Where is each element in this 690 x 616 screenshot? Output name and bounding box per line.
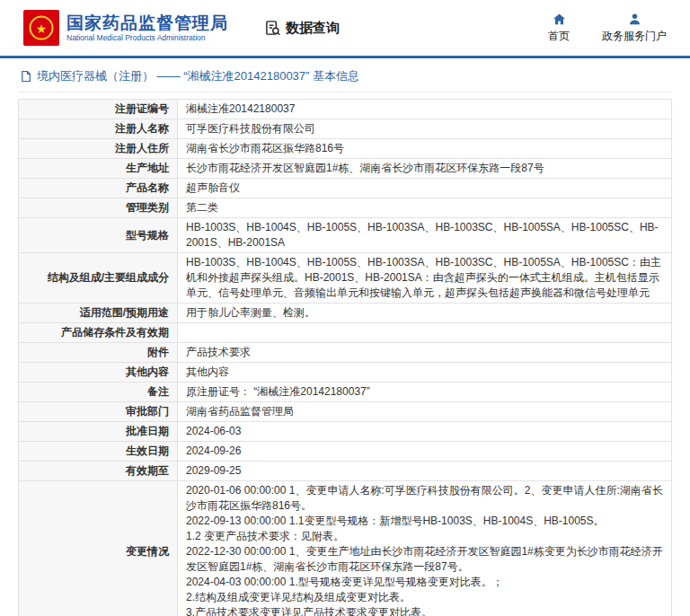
brand-text: 国家药品监督管理局 National Medical Products Admi… (66, 13, 228, 43)
emblem-icon: ★ (23, 10, 59, 46)
row-label: 注册证编号 (19, 100, 178, 119)
breadcrumb-text: 境内医疗器械（注册） —— “湘械注准20142180037” 基本信息 (37, 68, 359, 84)
table-row: 结构及组成/主要组成成分HB-1003S、HB-1004S、HB-1005S、H… (19, 253, 672, 304)
nav-home[interactable]: 首页 (548, 13, 570, 44)
row-value: 湖南省长沙市雨花区振华路816号 (178, 139, 672, 159)
row-value: HB-1003S、HB-1004S、HB-1005S、HB-1003SA、HB-… (178, 253, 672, 304)
table-row: 有效期至2029-09-25 (19, 462, 672, 481)
table-row: 注册证编号湘械注准20142180037 (19, 100, 672, 119)
nav-data-query[interactable]: 数据查询 (264, 20, 340, 37)
row-value: 2024-06-03 (178, 422, 672, 442)
row-value: 其他内容 (178, 363, 672, 383)
svg-text:★: ★ (36, 22, 48, 36)
row-label: 产品储存条件及有效期 (19, 323, 178, 343)
nav-portal-label: 政务服务门户 (602, 29, 667, 44)
page: ★ 国家药品监督管理局 National Medical Products Ad… (0, 0, 690, 616)
table-row: 产品名称超声胎音仪 (19, 179, 672, 198)
table-row: 备注原注册证号： “湘械注准20142180037” (19, 383, 672, 402)
home-icon (553, 13, 566, 26)
row-value: 2024-09-26 (178, 442, 672, 462)
row-label: 管理类别 (19, 198, 178, 218)
row-value: HB-1003S、HB-1004S、HB-1005S、HB-1003SA、HB-… (178, 218, 672, 253)
table-row: 适用范围/预期用途用于胎儿心率测量、检测。 (19, 304, 672, 323)
info-table: 注册证编号湘械注准20142180037注册人名称可孚医疗科技股份有限公司注册人… (18, 99, 672, 616)
nav-portal[interactable]: 政务服务门户 (602, 13, 667, 44)
row-value: 长沙市雨花经济开发区智庭园1#栋、湖南省长沙市雨花区环保东路一段87号 (178, 159, 672, 179)
row-label: 产品名称 (19, 179, 178, 198)
table-row: 生产地址长沙市雨花经济开发区智庭园1#栋、湖南省长沙市雨花区环保东路一段87号 (19, 159, 672, 179)
document-icon (20, 70, 32, 83)
site-header: ★ 国家药品监督管理局 National Medical Products Ad… (0, 0, 690, 56)
data-query-icon (264, 20, 281, 37)
table-row: 管理类别第二类 (19, 198, 672, 218)
table-row: 型号规格HB-1003S、HB-1004S、HB-1005S、HB-1003SA… (19, 218, 672, 253)
row-label: 注册人名称 (19, 119, 178, 139)
table-row: 注册人名称可孚医疗科技股份有限公司 (19, 119, 672, 139)
table-row: 批准日期2024-06-03 (19, 422, 672, 442)
table-row: 生效日期2024-09-26 (19, 442, 672, 462)
row-label: 有效期至 (19, 462, 178, 481)
org-name-zh: 国家药品监督管理局 (66, 13, 228, 33)
row-value: 产品技术要求 (178, 343, 672, 363)
row-value: 湘械注准20142180037 (178, 100, 672, 119)
row-label: 型号规格 (19, 218, 178, 253)
data-query-label: 数据查询 (286, 20, 340, 37)
table-row: 变更情况2020-01-06 00:00:00 1、变更申请人名称:可孚医疗科技… (19, 481, 672, 616)
row-label: 结构及组成/主要组成成分 (19, 253, 178, 304)
breadcrumb: 境内医疗器械（注册） —— “湘械注准20142180037” 基本信息 (18, 58, 672, 92)
org-name-en: National Medical Products Administration (66, 33, 228, 43)
table-row: 审批部门湖南省药品监督管理局 (19, 402, 672, 422)
row-value: 湖南省药品监督管理局 (178, 402, 672, 422)
row-value: 原注册证号： “湘械注准20142180037” (178, 383, 672, 402)
row-value: 2020-01-06 00:00:00 1、变更申请人名称:可孚医疗科技股份有限… (178, 481, 672, 616)
row-label: 批准日期 (19, 422, 178, 442)
row-label: 附件 (19, 343, 178, 363)
nav-home-label: 首页 (548, 29, 570, 44)
row-label: 生产地址 (19, 159, 178, 179)
row-value: 可孚医疗科技股份有限公司 (178, 119, 672, 139)
row-value: 第二类 (178, 198, 672, 218)
row-label: 备注 (19, 383, 178, 402)
main-content: 境内医疗器械（注册） —— “湘械注准20142180037” 基本信息 注册证… (0, 58, 690, 616)
row-value: 超声胎音仪 (178, 179, 672, 198)
row-value (178, 323, 672, 343)
row-label: 审批部门 (19, 402, 178, 422)
table-row: 其他内容其他内容 (19, 363, 672, 383)
row-label: 适用范围/预期用途 (19, 304, 178, 323)
table-row: 产品储存条件及有效期 (19, 323, 672, 343)
row-label: 生效日期 (19, 442, 178, 462)
nmpa-logo: ★ (23, 10, 59, 46)
table-row: 附件产品技术要求 (19, 343, 672, 363)
row-label: 变更情况 (19, 481, 178, 616)
table-row: 注册人住所湖南省长沙市雨花区振华路816号 (19, 139, 672, 159)
row-value: 2029-09-25 (178, 462, 672, 481)
row-label: 其他内容 (19, 363, 178, 383)
row-label: 注册人住所 (19, 139, 178, 159)
brand: ★ 国家药品监督管理局 National Medical Products Ad… (23, 10, 228, 46)
row-value: 用于胎儿心率测量、检测。 (178, 304, 672, 323)
user-icon (628, 13, 641, 26)
